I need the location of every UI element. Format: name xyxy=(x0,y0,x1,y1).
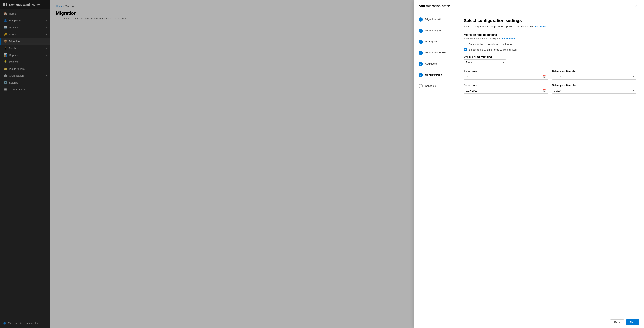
content-learn-more-link[interactable]: Learn more xyxy=(535,25,548,28)
modal-body: ✓ Migration path ✓ Migration type xyxy=(414,12,644,317)
end-time-label: Select your time slot xyxy=(552,84,636,87)
end-time-select-wrapper: 00:00 01:00 02:00 06:00 12:00 18:00 23:0… xyxy=(552,88,636,94)
content-description-text: These configuration settings will be app… xyxy=(464,25,534,28)
end-datetime-row: Select date 📅 Select your time slot 00:0… xyxy=(464,84,636,94)
step-prerequisite: ✓ Prerequisite xyxy=(418,40,452,51)
step-label-configuration: Configuration xyxy=(425,73,442,83)
end-time-col: Select your time slot 00:00 01:00 02:00 … xyxy=(552,84,636,94)
step-line-4 xyxy=(420,55,421,62)
modal-content-panel: Select configuration settings These conf… xyxy=(456,12,644,317)
step-line-1 xyxy=(420,22,421,28)
content-title: Select configuration settings xyxy=(464,18,636,23)
start-time-col: Select your time slot 00:00 01:00 02:00 … xyxy=(552,69,636,79)
start-date-col: Select date 📅 xyxy=(464,69,548,79)
choose-time-select[interactable]: From Last 1 month Last 3 months Last 6 m… xyxy=(464,59,506,65)
step-line-5 xyxy=(420,66,421,73)
start-datetime-row: Select date 📅 Select your time slot 00:0… xyxy=(464,69,636,79)
step-schedule: Schedule xyxy=(418,84,452,94)
start-date-label: Select date xyxy=(464,69,548,72)
choose-time-label: Choose items from time xyxy=(464,55,636,58)
step-line-6 xyxy=(420,77,421,84)
step-migration-endpoint: ✓ Migration endpoint xyxy=(418,51,452,62)
modal-overlay: Add migration batch ✕ ✓ Migration path xyxy=(0,0,644,328)
end-date-col: Select date 📅 xyxy=(464,84,548,94)
modal-footer: Back Next xyxy=(414,317,644,328)
step-label-add-users: Add users xyxy=(425,62,437,72)
content-description: These configuration settings will be app… xyxy=(464,25,636,28)
step-circle-migration-type: ✓ xyxy=(418,28,423,33)
step-circle-migration-endpoint: ✓ xyxy=(418,51,423,55)
back-button[interactable]: Back xyxy=(610,319,624,325)
end-date-input[interactable] xyxy=(464,88,548,94)
checkbox-time-range-row: Select items by time range to be migrate… xyxy=(464,48,636,51)
checkbox-time-range[interactable] xyxy=(464,48,467,51)
step-label-prerequisite: Prerequisite xyxy=(425,40,439,49)
filtering-section-title: Migration filtering options xyxy=(464,33,636,36)
choose-time-select-wrapper: From Last 1 month Last 3 months Last 6 m… xyxy=(464,59,506,65)
checkbox-skip-folder-row: Select folder to be skipped or migrated xyxy=(464,43,636,46)
end-date-label: Select date xyxy=(464,84,548,87)
next-button[interactable]: Next xyxy=(626,319,640,325)
checkbox-skip-folder[interactable] xyxy=(464,43,467,46)
modal-header: Add migration batch ✕ xyxy=(414,0,644,12)
step-migration-type: ✓ Migration type xyxy=(418,28,452,40)
step-circle-prerequisite: ✓ xyxy=(418,40,423,44)
modal-title: Add migration batch xyxy=(418,4,450,8)
checkbox-time-range-label: Select items by time range to be migrate… xyxy=(469,48,516,51)
step-circle-migration-path: ✓ xyxy=(418,17,423,22)
step-label-schedule: Schedule xyxy=(425,84,436,94)
end-time-select[interactable]: 00:00 01:00 02:00 06:00 12:00 18:00 23:0… xyxy=(552,88,636,94)
filtering-learn-more-link[interactable]: Learn more xyxy=(502,37,515,40)
start-date-input[interactable] xyxy=(464,74,548,79)
step-circle-add-users: ✓ xyxy=(418,62,423,66)
checkbox-skip-folder-label: Select folder to be skipped or migrated xyxy=(469,43,513,46)
filtering-section: Migration filtering options Select subse… xyxy=(464,33,636,51)
step-migration-path: ✓ Migration path xyxy=(418,17,452,28)
step-circle-configuration: ● xyxy=(418,73,423,77)
start-date-wrapper: 📅 xyxy=(464,74,548,79)
step-label-migration-type: Migration type xyxy=(425,28,442,38)
filtering-section-subtitle: Select subset of items to migrate. Learn… xyxy=(464,37,636,40)
start-time-select-wrapper: 00:00 01:00 02:00 06:00 12:00 18:00 23:0… xyxy=(552,74,636,79)
step-label-migration-path: Migration path xyxy=(425,17,442,27)
start-time-label: Select your time slot xyxy=(552,69,636,72)
step-configuration: ● Configuration xyxy=(418,73,452,84)
end-date-wrapper: 📅 xyxy=(464,88,548,94)
filtering-subtitle-text: Select subset of items to migrate. xyxy=(464,37,501,40)
step-add-users: ✓ Add users xyxy=(418,62,452,73)
step-line-3 xyxy=(420,44,421,51)
modal-close-button[interactable]: ✕ xyxy=(634,3,640,9)
step-line-2 xyxy=(420,33,421,40)
step-label-migration-endpoint: Migration endpoint xyxy=(425,51,446,60)
modal: Add migration batch ✕ ✓ Migration path xyxy=(414,0,644,328)
choose-time-field-group: Choose items from time From Last 1 month… xyxy=(464,55,636,65)
start-time-select[interactable]: 00:00 01:00 02:00 06:00 12:00 18:00 23:0… xyxy=(552,74,636,79)
stepper: ✓ Migration path ✓ Migration type xyxy=(414,12,456,317)
step-circle-schedule xyxy=(418,84,423,88)
